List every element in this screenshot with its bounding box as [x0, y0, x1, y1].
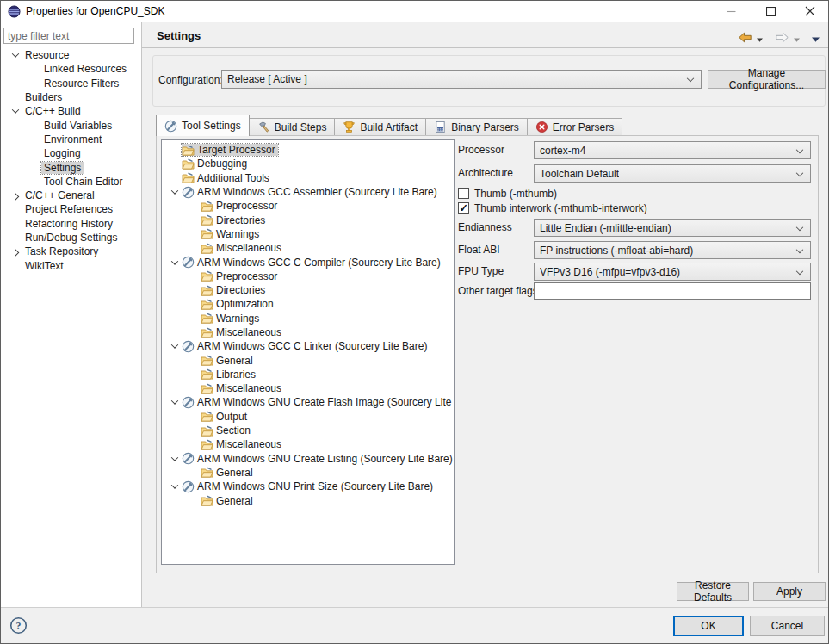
architecture-combo[interactable]: Toolchain Default	[534, 164, 811, 183]
tool-wrench-icon	[182, 186, 197, 199]
sidebar-tree-item[interactable]: Build Variables	[1, 118, 141, 132]
tool-tree-item[interactable]: ARM Windows GNU Create Listing (Sourcery…	[162, 452, 454, 466]
tool-tree-item[interactable]: Miscellaneous	[162, 325, 454, 339]
tool-tree-item[interactable]: Directories	[162, 283, 454, 297]
forward-menu-icon[interactable]	[794, 33, 800, 45]
sidebar-tree-item[interactable]: C/C++ Build	[1, 104, 141, 118]
thumb-interwork-checkbox-box[interactable]	[458, 202, 469, 214]
minimize-button[interactable]	[711, 1, 751, 22]
tool-tree-item[interactable]: Preprocessor	[162, 199, 454, 213]
expander-icon[interactable]	[8, 259, 22, 273]
expander-icon[interactable]	[8, 189, 22, 202]
tool-tree-item[interactable]: Preprocessor	[162, 269, 454, 283]
help-icon[interactable]: ?	[9, 616, 28, 635]
tool-tree-item[interactable]: Warnings	[162, 227, 454, 241]
tool-tree-item[interactable]: Miscellaneous	[162, 241, 454, 255]
view-menu-icon[interactable]	[812, 33, 820, 45]
wrench-icon	[164, 120, 177, 133]
expander-icon[interactable]	[167, 157, 182, 170]
expander-icon[interactable]	[8, 245, 22, 258]
sidebar-tree-item[interactable]: Logging	[1, 146, 141, 160]
binary-file-icon: 010	[434, 121, 447, 133]
tool-tree-item[interactable]: Directories	[162, 213, 454, 226]
sidebar-tree-item[interactable]: Task Repository	[1, 245, 141, 258]
thumb-interwork-checkbox[interactable]: Thumb interwork (-mthumb-interwork)	[458, 201, 647, 214]
expander-icon[interactable]	[8, 90, 22, 104]
thumb-checkbox-box[interactable]	[458, 188, 469, 199]
tab-binary-parsers[interactable]: 010 Binary Parsers	[426, 118, 528, 136]
tool-tree-item[interactable]: Optimization	[162, 297, 454, 311]
tool-tree-item[interactable]: ARM Windows GCC C Compiler (Sourcery Lit…	[162, 255, 454, 269]
sidebar-tree-item[interactable]: Refactoring History	[1, 217, 141, 231]
sidebar-tree-item[interactable]: C/C++ General	[1, 189, 141, 202]
manage-configurations-button[interactable]: Manage Configurations...	[708, 70, 826, 89]
filter-input[interactable]	[3, 28, 134, 44]
fpu-type-combo[interactable]: VFPv3 D16 (-mfpu=vfpv3-d16)	[534, 263, 811, 281]
tool-tree-item[interactable]: Libraries	[162, 368, 454, 381]
float-abi-combo[interactable]: FP instructions (-mfloat-abi=hard)	[534, 241, 811, 259]
window-controls	[711, 1, 829, 22]
tool-tree-item[interactable]: Output	[162, 410, 454, 424]
tool-tree-item[interactable]: General	[162, 466, 454, 480]
close-button[interactable]	[790, 1, 829, 22]
expander-icon[interactable]	[167, 452, 182, 466]
tool-tree-item[interactable]: Miscellaneous	[162, 437, 454, 451]
tool-tree-item[interactable]: Target Processor	[162, 143, 454, 157]
back-menu-icon[interactable]	[757, 33, 763, 45]
tool-tree-item[interactable]: Section	[162, 424, 454, 437]
sidebar-tree-item[interactable]: Tool Chain Editor	[1, 175, 141, 189]
forward-icon[interactable]	[775, 32, 789, 46]
expander-icon[interactable]	[167, 185, 182, 199]
tool-tree-panel: Target Processor Deb	[161, 139, 455, 565]
expander-icon[interactable]	[167, 339, 182, 353]
open-folder-wrench-icon	[201, 299, 216, 310]
configuration-combo[interactable]: Release [ Active ]	[221, 70, 702, 89]
maximize-button[interactable]	[751, 1, 790, 22]
expander-icon[interactable]	[8, 48, 22, 62]
tab-tool-settings[interactable]: Tool Settings	[156, 115, 250, 136]
expander-icon[interactable]	[167, 143, 182, 157]
thumb-checkbox[interactable]: Thumb (-mthumb)	[458, 187, 557, 200]
back-icon[interactable]	[738, 32, 752, 46]
endianness-combo[interactable]: Little Endian (-mlittle-endian)	[534, 219, 811, 237]
tab-build-artifact[interactable]: Build Artifact	[335, 118, 426, 136]
float-abi-label: Float ABI	[458, 241, 500, 259]
sidebar-tree-item[interactable]: Project References	[1, 202, 141, 216]
expander-icon[interactable]	[167, 171, 182, 185]
expander-icon[interactable]	[8, 217, 22, 231]
expander-icon[interactable]	[167, 480, 182, 493]
other-target-flags-input[interactable]	[534, 282, 811, 300]
sidebar-tree-item[interactable]: Environment	[1, 133, 141, 146]
sidebar-tree-item[interactable]: Linked Resources	[1, 62, 141, 76]
expander-icon[interactable]	[8, 202, 22, 216]
tool-tree-item[interactable]: Additional Tools	[162, 171, 454, 185]
expander-icon[interactable]	[167, 256, 182, 269]
apply-button[interactable]: Apply	[753, 582, 826, 601]
sidebar-tree-item[interactable]: WikiText	[1, 258, 141, 272]
tool-tree: Target Processor Deb	[162, 143, 454, 508]
tab-build-steps[interactable]: Build Steps	[250, 118, 336, 136]
tool-tree-item[interactable]: Miscellaneous	[162, 381, 454, 395]
sidebar-tree-item[interactable]: Settings	[1, 160, 141, 174]
sidebar-tree-item[interactable]: Builders	[1, 90, 141, 104]
tool-tree-item[interactable]: Debugging	[162, 157, 454, 170]
sidebar-tree-item[interactable]: Run/Debug Settings	[1, 231, 141, 245]
expander-icon[interactable]	[8, 104, 22, 118]
processor-combo[interactable]: cortex-m4	[534, 141, 811, 159]
sidebar-tree-item[interactable]: Resource	[1, 48, 141, 62]
tool-wrench-icon	[182, 256, 197, 269]
tool-tree-item[interactable]: Warnings	[162, 312, 454, 325]
tool-tree-item[interactable]: ARM Windows GNU Create Flash Image (Sour…	[162, 395, 454, 409]
tab-error-parsers[interactable]: Error Parsers	[528, 118, 622, 136]
expander-icon[interactable]	[8, 231, 22, 245]
tool-tree-item[interactable]: General	[162, 353, 454, 367]
tool-tree-item[interactable]: ARM Windows GCC Assembler (Sourcery Lite…	[162, 185, 454, 199]
restore-defaults-button[interactable]: Restore Defaults	[677, 582, 749, 601]
ok-button[interactable]: OK	[673, 616, 744, 636]
tool-tree-item[interactable]: ARM Windows GCC C Linker (Sourcery Lite …	[162, 339, 454, 353]
expander-icon[interactable]	[167, 395, 182, 409]
tool-tree-item[interactable]: ARM Windows GNU Print Size (Sourcery Lit…	[162, 480, 454, 493]
cancel-button[interactable]: Cancel	[750, 616, 825, 636]
tool-tree-item[interactable]: General	[162, 493, 454, 507]
sidebar-tree-item[interactable]: Resource Filters	[1, 77, 141, 90]
